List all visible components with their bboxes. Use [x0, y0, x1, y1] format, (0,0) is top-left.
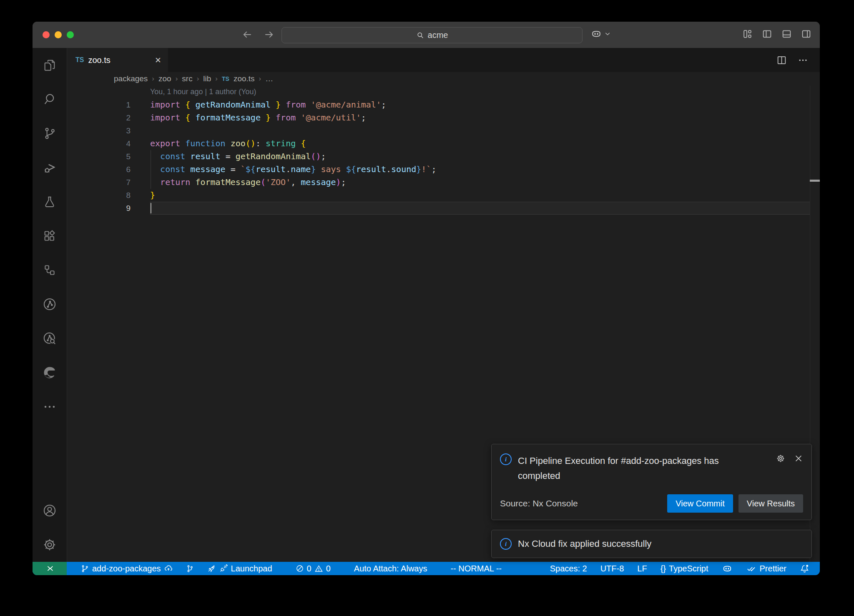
settings-gear-icon[interactable] — [33, 528, 67, 562]
minimize-window-button[interactable] — [55, 31, 62, 38]
code-token: ` — [241, 164, 246, 174]
formatter-item[interactable]: Prettier — [741, 563, 791, 574]
cloud-upload-icon — [164, 564, 173, 573]
git-branch-item[interactable]: add-zoo-packages — [76, 564, 178, 573]
extensions-icon[interactable] — [33, 219, 67, 253]
code-token: ; — [381, 100, 386, 110]
edge-browser-icon[interactable] — [33, 356, 67, 390]
code-line[interactable]: 7 return formatMessage('ZOO', message); — [67, 176, 820, 189]
breadcrumb-item[interactable]: zoo — [158, 74, 171, 83]
notification-settings-gear-icon[interactable] — [776, 453, 786, 463]
code-content: return formatMessage('ZOO', message); — [131, 176, 346, 189]
eol-item[interactable]: LF — [633, 564, 651, 573]
run-debug-icon[interactable] — [33, 150, 67, 185]
more-actions-icon[interactable] — [798, 55, 808, 65]
code-content — [131, 202, 150, 215]
vim-mode-item[interactable]: -- NORMAL -- — [446, 564, 506, 573]
rocket-icon — [207, 564, 216, 573]
double-check-icon — [746, 563, 757, 574]
command-center-search[interactable]: acme — [281, 27, 583, 43]
code-content: import { getRandomAnimal } from '@acme/a… — [131, 98, 386, 111]
code-token: ${ — [246, 164, 256, 174]
nx-console-icon[interactable] — [33, 253, 67, 287]
code-content: } — [131, 189, 155, 202]
breadcrumb-file[interactable]: zoo.ts — [234, 74, 255, 83]
code-line[interactable]: 8} — [67, 189, 820, 202]
launchpad-item[interactable]: Launchpad — [202, 564, 277, 573]
auto-attach-item[interactable]: Auto Attach: Always — [349, 564, 432, 573]
breadcrumb-item[interactable]: packages — [114, 74, 148, 83]
notification-toast: i CI Pipeline Execution for #add-zoo-pac… — [491, 444, 812, 520]
encoding-item[interactable]: UTF-8 — [596, 564, 629, 573]
typescript-file-icon: TS — [75, 56, 84, 64]
remote-indicator[interactable] — [33, 562, 67, 575]
code-token: { — [185, 100, 195, 110]
code-token: from — [271, 113, 301, 123]
code-token: { — [296, 138, 306, 148]
code-line[interactable]: 3 — [67, 124, 820, 137]
language-mode-item[interactable]: {} TypeScript — [656, 564, 713, 573]
notifications-bell-item[interactable] — [795, 564, 814, 573]
explorer-icon[interactable] — [33, 48, 67, 82]
accounts-icon[interactable] — [33, 493, 67, 528]
line-number: 6 — [67, 163, 131, 176]
git-graph-item[interactable] — [181, 564, 199, 573]
copilot-icon[interactable] — [590, 28, 602, 40]
git-graph-icon — [186, 564, 194, 573]
typescript-file-icon: TS — [222, 75, 229, 82]
code-token: import — [150, 100, 185, 110]
nav-forward-icon[interactable] — [263, 28, 275, 41]
commit-graph-icon[interactable] — [33, 287, 67, 321]
code-line[interactable]: 1import { getRandomAnimal } from '@acme/… — [67, 98, 820, 111]
search-icon — [416, 31, 424, 40]
view-commit-button[interactable]: View Commit — [667, 494, 733, 513]
toggle-secondary-sidebar-icon[interactable] — [801, 29, 811, 39]
line-number: 3 — [67, 124, 131, 137]
chevron-right-icon: › — [152, 75, 154, 83]
breadcrumb-item[interactable]: lib — [203, 74, 211, 83]
indentation-item[interactable]: Spaces: 2 — [545, 564, 592, 573]
breadcrumb-item[interactable]: src — [182, 74, 192, 83]
code-line[interactable]: 5 const result = getRandomAnimal(); — [67, 150, 820, 163]
plug-icon — [219, 564, 228, 573]
close-window-button[interactable] — [43, 31, 50, 38]
code-content — [131, 124, 150, 137]
code-token — [150, 151, 160, 161]
problems-item[interactable]: 0 0 — [291, 564, 335, 573]
code-token: } — [311, 164, 316, 174]
code-token: from — [281, 100, 311, 110]
warnings-icon — [314, 564, 323, 573]
language-label: TypeScript — [669, 564, 708, 573]
code-token: import — [150, 113, 185, 123]
customize-layout-icon[interactable] — [742, 29, 753, 39]
chevron-right-icon: › — [259, 75, 261, 83]
code-token: } — [150, 190, 155, 200]
code-token — [150, 177, 160, 187]
commit-graph-search-icon[interactable] — [33, 321, 67, 356]
tab-close-icon[interactable]: ✕ — [155, 55, 161, 65]
search-sidebar-icon[interactable] — [33, 82, 67, 116]
notification-close-icon[interactable] — [794, 454, 803, 463]
source-control-icon[interactable] — [33, 116, 67, 150]
split-editor-icon[interactable] — [776, 55, 787, 65]
tab-zoo-ts[interactable]: TS zoo.ts ✕ — [67, 48, 168, 72]
testing-icon[interactable] — [33, 185, 67, 219]
code-line[interactable]: 4export function zoo(): string { — [67, 137, 820, 150]
chevron-down-icon[interactable] — [604, 30, 611, 37]
copilot-status-item[interactable] — [717, 563, 737, 574]
info-icon: i — [500, 538, 512, 550]
code-line[interactable]: 6 const message = `${result.name} says $… — [67, 163, 820, 176]
code-token: () — [246, 138, 256, 148]
git-blame-annotation[interactable]: You, 1 hour ago | 1 author (You) — [67, 85, 820, 98]
toggle-panel-icon[interactable] — [781, 29, 792, 39]
tab-bar: TS zoo.ts ✕ — [67, 48, 820, 72]
code-token: () — [311, 151, 321, 161]
code-line[interactable]: 2import { formatMessage } from '@acme/ut… — [67, 111, 820, 124]
code-token: ; — [361, 113, 366, 123]
zoom-window-button[interactable] — [67, 31, 74, 38]
nav-back-icon[interactable] — [241, 28, 254, 41]
more-extensions-icon[interactable] — [33, 390, 67, 424]
toggle-primary-sidebar-icon[interactable] — [762, 29, 772, 39]
view-results-button[interactable]: View Results — [738, 494, 803, 513]
breadcrumb-more[interactable]: … — [265, 74, 273, 83]
